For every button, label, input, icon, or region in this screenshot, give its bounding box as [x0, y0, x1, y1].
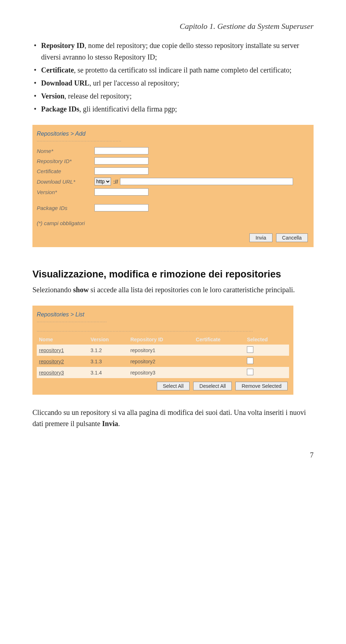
cell-repo-id: repository3: [128, 367, 194, 378]
after-part1: Cliccando su un repository si va alla pa…: [32, 408, 306, 428]
list-item: Package IDs, gli identificativi della fi…: [32, 103, 314, 115]
page-number: 7: [32, 429, 314, 459]
bullet-bold: Version: [41, 92, 65, 100]
col-selected: Selected: [245, 334, 289, 345]
divider: ........................................…: [37, 327, 289, 334]
cancel-button[interactable]: Cancella: [276, 233, 308, 242]
package-ids-input[interactable]: [94, 204, 148, 211]
breadcrumb: Repositories > List: [37, 309, 289, 319]
row-checkbox[interactable]: [247, 358, 253, 364]
divider: ........................................…: [37, 138, 309, 146]
label-download-url: Download URL*: [37, 179, 94, 185]
bullet-list: Repository ID, nome del repository; due …: [32, 40, 314, 115]
row-checkbox[interactable]: [247, 346, 253, 353]
bullet-text: , gli identificativi della firma pgp;: [79, 105, 177, 113]
after-paragraph: Cliccando su un repository si va alla pa…: [32, 407, 314, 429]
repo-link[interactable]: repository1: [37, 345, 88, 356]
repository-id-input[interactable]: [94, 157, 148, 165]
list-item: Version, release del repository;: [32, 90, 314, 102]
col-version: Version: [88, 334, 128, 345]
cell-version: 3.1.4: [88, 367, 128, 378]
add-repository-form: Repositories > Add .....................…: [32, 125, 314, 247]
table-row: repository2 3.1.3 repository2: [37, 356, 289, 367]
repository-list-panel: Repositories > List ....................…: [32, 306, 293, 395]
chapter-header: Capitolo 1. Gestione da System Superuser: [32, 22, 314, 31]
bullet-bold: Repository ID: [41, 41, 85, 49]
label-repository-id: Repository ID*: [37, 158, 94, 164]
cell-certificate: [194, 367, 245, 378]
remove-selected-button[interactable]: Remove Selected: [235, 382, 288, 390]
intro-part2: si accede alla lista dei repositories co…: [89, 286, 295, 294]
label-nome: Nome*: [37, 148, 94, 154]
table-row: repository1 3.1.2 repository1: [37, 345, 289, 356]
bullet-text: , se protetto da certificato ssl indicar…: [74, 66, 292, 74]
repo-link[interactable]: repository3: [37, 367, 88, 378]
label-package-ids: Package IDs: [37, 205, 94, 211]
protocol-select[interactable]: http: [94, 178, 111, 185]
bullet-text: , release del repository;: [65, 92, 132, 100]
col-certificate: Certificate: [194, 334, 245, 345]
cell-repo-id: repository2: [128, 356, 194, 367]
col-nome: Nome: [37, 334, 88, 345]
bullet-bold: Certificate: [41, 66, 74, 74]
breadcrumb: Repositories > Add: [37, 128, 309, 138]
label-version: Version*: [37, 189, 94, 195]
after-part2: .: [118, 420, 120, 428]
label-certificate: Certificate: [37, 168, 94, 174]
repository-table: Nome Version Repository ID Certificate S…: [37, 334, 289, 378]
section-intro: Selezionando show si accede alla lista d…: [32, 284, 314, 295]
table-row: repository3 3.1.4 repository3: [37, 367, 289, 378]
download-url-input[interactable]: [120, 178, 293, 185]
col-repo-id: Repository ID: [128, 334, 194, 345]
version-input[interactable]: [94, 188, 148, 196]
cell-version: 3.1.3: [88, 356, 128, 367]
cell-version: 3.1.2: [88, 345, 128, 356]
list-item: Repository ID, nome del repository; due …: [32, 40, 314, 63]
list-item: Download URL, url per l'accesso al repos…: [32, 77, 314, 89]
cell-repo-id: repository1: [128, 345, 194, 356]
submit-button[interactable]: Invia: [249, 233, 272, 242]
select-all-button[interactable]: Select All: [157, 382, 190, 390]
certificate-input[interactable]: [94, 167, 148, 175]
intro-part1: Selezionando: [32, 286, 73, 294]
bullet-bold: Download URL: [41, 79, 89, 87]
nome-input[interactable]: [94, 147, 148, 154]
deselect-all-button[interactable]: Deselect All: [193, 382, 232, 390]
intro-bold: show: [73, 286, 89, 294]
bullet-bold: Package IDs: [41, 105, 79, 113]
repo-link[interactable]: repository2: [37, 356, 88, 367]
divider: ........................................…: [37, 319, 289, 327]
section-heading: Visualizzazione, modifica e rimozione de…: [32, 269, 314, 280]
url-separator: ://: [111, 179, 120, 185]
cell-certificate: [194, 345, 245, 356]
cell-certificate: [194, 356, 245, 367]
list-item: Certificate, se protetto da certificato …: [32, 64, 314, 76]
row-checkbox[interactable]: [247, 369, 253, 375]
after-bold: Invia: [102, 420, 118, 428]
required-note: (*) campi obbligatori: [37, 213, 309, 231]
bullet-text: , url per l'accesso al repository;: [89, 79, 179, 87]
